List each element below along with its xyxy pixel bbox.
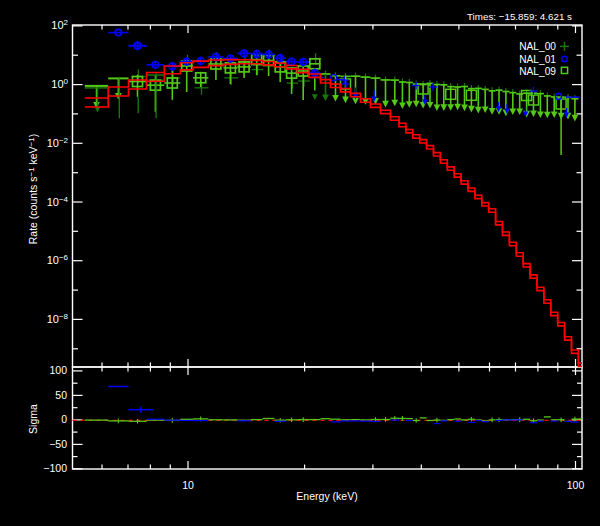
svg-text:100: 100 — [49, 364, 67, 376]
svg-text:100: 100 — [567, 479, 585, 491]
svg-text:Rate (counts s−1 keV−1): Rate (counts s−1 keV−1) — [27, 134, 40, 244]
svg-text:−50: −50 — [49, 438, 67, 450]
svg-text:50: 50 — [55, 389, 67, 401]
svg-text:Energy (keV): Energy (keV) — [296, 490, 357, 502]
svg-text:NAL_01: NAL_01 — [519, 54, 556, 65]
svg-text:−100: −100 — [43, 462, 67, 474]
svg-text:Sigma: Sigma — [27, 404, 39, 434]
svg-text:0: 0 — [61, 413, 67, 425]
svg-text:Times: −15.859: 4.621 s: Times: −15.859: 4.621 s — [467, 11, 572, 22]
svg-text:10: 10 — [182, 479, 194, 491]
svg-text:NAL_00: NAL_00 — [519, 41, 556, 52]
svg-text:NAL_09: NAL_09 — [519, 66, 556, 77]
